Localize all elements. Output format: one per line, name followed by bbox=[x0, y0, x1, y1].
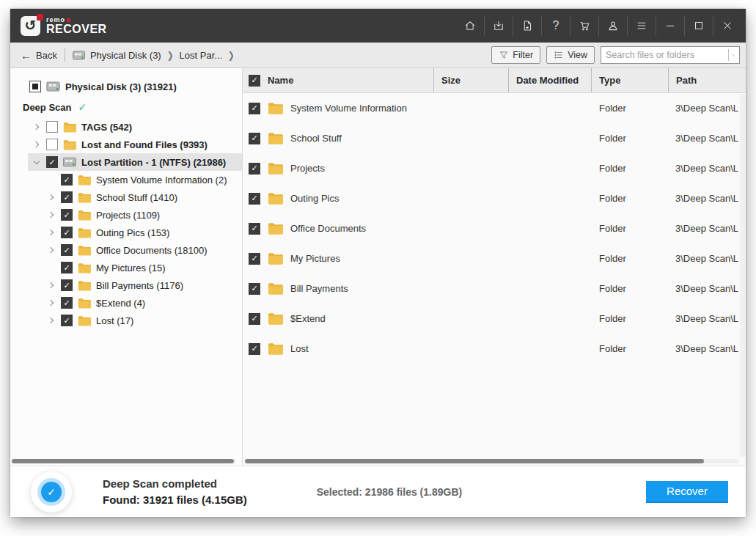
scrollbar-thumb[interactable] bbox=[245, 459, 704, 463]
recover-button[interactable]: Recover bbox=[646, 481, 728, 503]
tree-item-checkbox[interactable] bbox=[61, 174, 73, 186]
table-row[interactable]: Outing Pics Folder 3\Deep Scan\L bbox=[243, 183, 746, 213]
tree-item[interactable]: Office Documents (18100) bbox=[28, 241, 242, 259]
view-button[interactable]: View bbox=[546, 46, 595, 64]
scrollbar-thumb[interactable] bbox=[12, 459, 234, 463]
tree-item[interactable]: Lost (17) bbox=[28, 312, 242, 329]
maximize-icon[interactable] bbox=[684, 15, 713, 36]
tree-item-checkbox[interactable] bbox=[61, 297, 73, 309]
expand-arrow-icon[interactable] bbox=[47, 210, 56, 219]
cart-icon[interactable] bbox=[570, 15, 598, 36]
tree-item[interactable]: System Volume Information (2) bbox=[28, 171, 242, 188]
table-row[interactable]: Bill Payments Folder 3\Deep Scan\L bbox=[243, 273, 746, 304]
table-horizontal-scrollbar[interactable] bbox=[245, 459, 738, 463]
expand-arrow-icon[interactable] bbox=[47, 298, 56, 307]
folder-icon bbox=[268, 312, 283, 325]
table-row[interactable]: $Extend Folder 3\Deep Scan\L bbox=[243, 304, 746, 334]
path-cell: 3\Deep Scan\L bbox=[668, 343, 746, 354]
tree-item-checkbox[interactable] bbox=[61, 191, 73, 203]
back-label: Back bbox=[36, 50, 57, 61]
tree-item-checkbox[interactable] bbox=[61, 315, 73, 326]
expand-arrow-icon[interactable] bbox=[47, 246, 56, 254]
tree-item-checkbox[interactable] bbox=[61, 209, 73, 221]
root-checkbox[interactable] bbox=[29, 81, 41, 92]
back-button[interactable]: ← Back bbox=[21, 49, 57, 62]
menu-icon[interactable] bbox=[627, 15, 656, 36]
column-header-name[interactable]: Name bbox=[243, 68, 433, 92]
tree-horizontal-scrollbar[interactable] bbox=[12, 459, 236, 463]
table-row[interactable]: Projects Folder 3\Deep Scan\L bbox=[243, 153, 746, 183]
tree-item[interactable]: Outing Pics (153) bbox=[28, 224, 242, 241]
row-checkbox[interactable] bbox=[249, 223, 260, 235]
row-checkbox[interactable] bbox=[249, 283, 260, 295]
row-checkbox[interactable] bbox=[249, 103, 260, 114]
tree-item[interactable]: Lost Partition - 1 (NTFS) (21986) bbox=[28, 153, 242, 171]
expand-arrow-icon[interactable] bbox=[32, 122, 41, 131]
tree-item[interactable]: My Pictures (15) bbox=[28, 259, 242, 276]
search-input[interactable] bbox=[601, 50, 728, 60]
tree-item[interactable]: TAGS (542) bbox=[28, 118, 242, 136]
row-checkbox[interactable] bbox=[249, 133, 260, 144]
type-cell: Folder bbox=[591, 283, 668, 294]
filter-button[interactable]: Filter bbox=[491, 46, 540, 64]
tree-item-checkbox[interactable] bbox=[61, 262, 73, 273]
expand-arrow-icon[interactable] bbox=[47, 193, 56, 202]
tree-item-checkbox[interactable] bbox=[46, 156, 58, 168]
column-header-path[interactable]: Path bbox=[668, 68, 746, 92]
name-cell: My Pictures bbox=[243, 252, 433, 265]
type-cell: Folder bbox=[591, 133, 668, 144]
expand-arrow-icon[interactable] bbox=[47, 263, 56, 272]
table-row[interactable]: Lost Folder 3\Deep Scan\L bbox=[243, 334, 746, 364]
column-header-size[interactable]: Size bbox=[433, 68, 508, 92]
table-row[interactable]: System Volume Information Folder 3\Deep … bbox=[243, 93, 746, 123]
row-checkbox[interactable] bbox=[249, 343, 260, 355]
search-icon[interactable] bbox=[732, 50, 735, 61]
expand-arrow-icon[interactable] bbox=[47, 175, 56, 184]
expand-arrow-icon[interactable] bbox=[47, 316, 56, 325]
table-row[interactable]: My Pictures Folder 3\Deep Scan\L bbox=[243, 243, 746, 273]
scan-status-row: Deep Scan ✓ bbox=[10, 96, 242, 118]
expand-arrow-icon[interactable] bbox=[32, 140, 41, 149]
table-row[interactable]: Office Documents Folder 3\Deep Scan\L bbox=[243, 213, 746, 243]
tree-item-checkbox[interactable] bbox=[61, 244, 73, 256]
breadcrumb-device[interactable]: Physical Disk (3) bbox=[90, 50, 161, 61]
tree-item[interactable]: Projects (1109) bbox=[28, 206, 242, 224]
help-icon[interactable]: ? bbox=[541, 15, 570, 36]
close-icon[interactable] bbox=[713, 15, 741, 36]
tree-item[interactable]: Lost and Found Files (9393) bbox=[28, 136, 242, 153]
tree-item-checkbox[interactable] bbox=[61, 279, 73, 291]
column-header-date-modified[interactable]: Date Modified bbox=[508, 68, 591, 92]
account-icon[interactable] bbox=[598, 15, 627, 36]
folder-icon bbox=[268, 342, 283, 355]
expand-arrow-icon[interactable] bbox=[32, 158, 41, 166]
home-icon[interactable] bbox=[455, 15, 484, 36]
expand-arrow-icon[interactable] bbox=[47, 228, 56, 237]
tree-item[interactable]: School Stuff (1410) bbox=[28, 188, 242, 206]
tree-item-checkbox[interactable] bbox=[46, 121, 58, 133]
row-checkbox[interactable] bbox=[249, 163, 260, 175]
tree-item-checkbox[interactable] bbox=[46, 139, 58, 150]
name-cell: Bill Payments bbox=[243, 282, 433, 295]
row-checkbox[interactable] bbox=[249, 253, 260, 265]
scan-complete-badge-icon: ✓ bbox=[31, 471, 72, 513]
table-row[interactable]: School Stuff Folder 3\Deep Scan\L bbox=[243, 123, 746, 153]
expand-arrow-icon[interactable] bbox=[47, 281, 56, 290]
column-header-type[interactable]: Type bbox=[591, 68, 668, 92]
path-cell: 3\Deep Scan\L bbox=[668, 313, 746, 324]
found-files-text: Found: 31921 files (4.15GB) bbox=[103, 493, 247, 506]
chevron-right-icon: ❯ bbox=[228, 50, 235, 61]
tree-item-checkbox[interactable] bbox=[61, 227, 73, 238]
select-all-checkbox[interactable] bbox=[249, 75, 260, 87]
row-checkbox[interactable] bbox=[249, 313, 260, 325]
breadcrumb-location[interactable]: Lost Par... bbox=[180, 50, 223, 61]
table-vertical-scrollbar[interactable] bbox=[740, 94, 746, 457]
row-checkbox[interactable] bbox=[249, 193, 260, 205]
folder-icon bbox=[268, 252, 283, 265]
tree-item[interactable]: Bill Payments (1176) bbox=[28, 276, 242, 294]
tree-item[interactable]: $Extend (4) bbox=[28, 294, 242, 312]
folder-icon bbox=[78, 175, 91, 186]
add-file-icon[interactable] bbox=[513, 15, 541, 36]
minimize-icon[interactable] bbox=[656, 15, 684, 36]
download-icon[interactable] bbox=[484, 15, 513, 36]
tree-root-row[interactable]: Physical Disk (3) (31921) bbox=[10, 77, 242, 96]
